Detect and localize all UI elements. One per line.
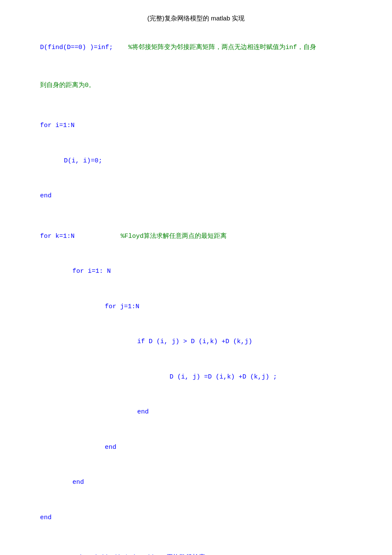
code-comment2: %Floyd算法求解任意两点的最短距离 [75,233,227,240]
code-line-d-find: D(find(D==0) )=inf; %将邻接矩阵变为邻接距离矩阵，两点无边相… [17,32,375,64]
code-di: D(i, i)=0; [49,157,102,165]
code-comment1: %将邻接矩阵变为邻接距离矩阵，两点无边相连时赋值为inf，自身 [113,44,316,51]
code-comment1b-block: 到自身的距离为0。 [17,69,375,102]
code-aver-block: aver_D=sum(sum(D)) /(N* (N—1)) %平均路径长度 [17,542,375,555]
code-comment1b: 到自身的距离为0。 [40,82,95,89]
code-end2-block: end [17,466,375,499]
code-di-block: D(i, i)=0; [17,145,375,177]
code-section: D(find(D==0) )=inf; %将邻接矩阵变为邻接距离矩阵，两点无边相… [17,32,375,555]
code-for3-rest: i=1: N [84,268,111,275]
code-for2-rest: k=1:N [52,233,75,240]
code-end3: end [74,444,116,451]
code-end3-block: end [17,431,375,464]
code-end2: end [57,479,84,486]
code-assign1: D (i, j) =D (i,k) +D (k,j) ; [108,373,277,381]
page-title: (完整)复杂网络模型的 matlab 实现 [17,13,375,24]
code-for3-block: for i=1: N [17,255,375,288]
code-end4: end [91,408,149,416]
code-if1-rest: D (i, j) > D (i,k) +D (k,j) [145,338,252,345]
code-for1-keyword: for [40,122,52,129]
code-if1-keyword: if [91,338,145,345]
code-assign1-block: D (i, j) =D (i,k) +D (k,j) ; [17,361,375,393]
code-if1-block: if D (i, j) > D (i,k) +D (k,j) [17,326,375,358]
code-for1-block: for i=1:N [17,110,375,142]
code-end1-block: end [17,180,375,213]
code-for4-rest: j=1:N [116,303,139,310]
code-for4-keyword: for [74,303,116,310]
code-end1: end [40,192,52,199]
code-end-outer: end [40,514,52,521]
code-end4-block: end [17,396,375,429]
code-for4-block: for j=1:N [17,290,375,323]
code-d-find: D(find(D==0) )=inf; [40,44,113,51]
code-for3-keyword: for [57,268,84,275]
code-for2-keyword: for [40,233,52,240]
code-for1-rest: i=1:N [52,122,75,129]
code-end-outer-block: end [17,501,375,534]
code-for2-block: for k=1:N %Floyd算法求解任意两点的最短距离 [17,220,375,253]
